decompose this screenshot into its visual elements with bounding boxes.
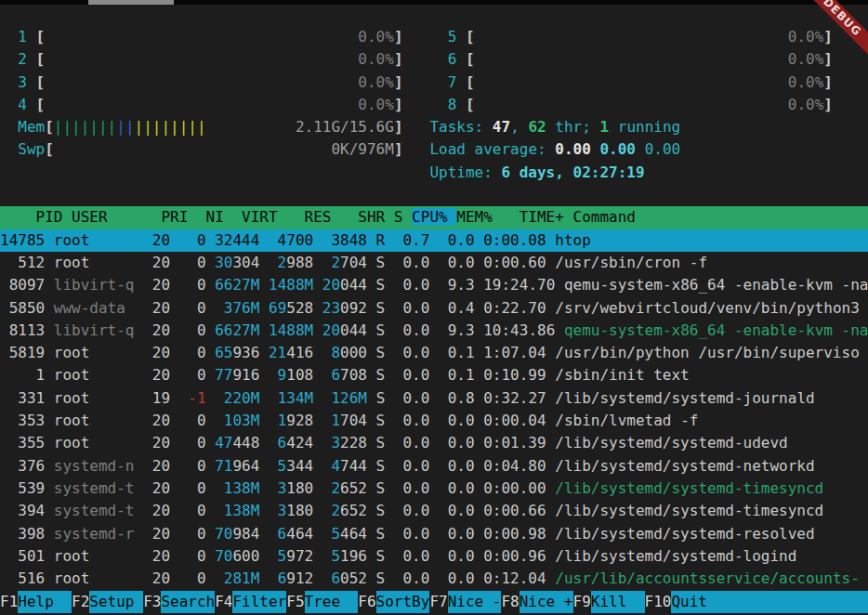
cell-ni: 0	[179, 547, 216, 565]
cpu-meter-percent: 0.0%	[788, 73, 824, 91]
column-header-s[interactable]: S	[394, 208, 412, 226]
process-row[interactable]: 331 root 19 -1 220M 134M 126M S 0.0 0.8 …	[0, 387, 868, 410]
fkey-f9[interactable]: F9	[573, 591, 591, 613]
cell-command: /lib/systemd/systemd-udevd	[555, 434, 860, 451]
column-header-ni[interactable]: NI	[197, 208, 233, 226]
cell-pri: 20	[143, 547, 179, 565]
fkey-f3[interactable]: F3	[143, 591, 161, 613]
cell-command: /usr/bin/python /usr/bin/superviso	[555, 344, 860, 361]
cell-cpu: 0.0	[394, 569, 439, 587]
cpu-meter-percent: 0.0%	[788, 50, 824, 68]
cell-command: /usr/sbin/cron -f	[555, 254, 860, 271]
mem-meter-label: Mem	[18, 118, 45, 136]
fkey-f10[interactable]: F10	[645, 591, 672, 613]
cell-ni: 0	[179, 479, 216, 497]
process-row[interactable]: 14785 root 20 0 32444 4700 3848 R 0.7 0.…	[0, 229, 868, 252]
column-header-user[interactable]: USER	[72, 208, 161, 226]
cell-command: /lib/systemd/systemd-timesyncd	[555, 502, 860, 519]
cell-command: /lib/systemd/systemd-logind	[555, 547, 860, 565]
fkey-f2[interactable]: F2	[72, 591, 89, 613]
cell-ni: 0	[179, 502, 216, 519]
column-header-shr[interactable]: SHR	[340, 208, 394, 226]
fkey-f1[interactable]: F1	[0, 591, 18, 613]
fkey-f7[interactable]: F7	[429, 591, 447, 613]
fkey-label-sortby[interactable]: SortBy	[376, 591, 430, 613]
meter-area: 1 [ 0.0%] 5 [ 0.0%] 2 [ 0.0%] 6 [ 0.0%] …	[0, 26, 868, 206]
meter-open-bracket: [	[466, 96, 475, 113]
cell-cpu: 0.0	[394, 344, 439, 361]
cell-shr: 3	[322, 231, 340, 249]
column-header-res[interactable]: RES	[286, 208, 340, 226]
column-header-command[interactable]: Command	[573, 208, 868, 226]
process-row[interactable]: 501 root 20 0 70600 5972 5196 S 0.0 0.0 …	[0, 545, 868, 568]
cell-ni: 0	[179, 321, 216, 339]
cpu-meter-row: 2 [ 0.0%] 6 [ 0.0%]	[0, 48, 868, 71]
process-row[interactable]: 512 root 20 0 30304 2988 2704 S 0.0 0.0 …	[0, 252, 868, 274]
cell-virt: 47	[215, 434, 232, 451]
meter-close-bracket: ]	[394, 73, 403, 91]
process-row[interactable]: 394 systemd-t 20 0 138M 3180 2652 S 0.0 …	[0, 500, 868, 522]
fkey-label-kill[interactable]: Kill	[591, 591, 645, 613]
column-header-time+[interactable]: TIME+	[501, 208, 572, 226]
cell-time: 0:22.70	[483, 299, 555, 317]
cell-command: htop	[555, 231, 860, 249]
cell-pid: 5819	[0, 344, 54, 361]
cell-time: 0:00.00	[483, 479, 555, 497]
column-header-cpu%[interactable]: CPU%	[412, 208, 456, 226]
fkey-label-nice-[interactable]: Nice -	[448, 591, 502, 613]
mem-bar-yellow: ||||||||	[135, 118, 206, 136]
process-row[interactable]: 516 root 20 0 281M 6912 6052 S 0.0 0.0 0…	[0, 568, 868, 590]
cell-res: 9	[269, 366, 286, 384]
fkey-label-search[interactable]: Search	[161, 591, 215, 613]
cell-pid: 512	[0, 254, 54, 271]
fkey-f4[interactable]: F4	[215, 591, 232, 613]
fkey-label-nice-[interactable]: Nice +	[519, 591, 573, 613]
fkey-f8[interactable]: F8	[501, 591, 519, 613]
meter-close-bracket: ]	[394, 118, 403, 136]
column-header-pri[interactable]: PRI	[161, 208, 197, 226]
cell-user: www-data	[54, 299, 143, 317]
cell-command: /lib/systemd/systemd-networkd	[555, 457, 860, 475]
load-5min: 0.00	[599, 140, 636, 158]
meter-open-bracket: [	[466, 50, 475, 68]
cell-state: S	[376, 299, 394, 317]
fkey-label-tree[interactable]: Tree	[305, 591, 359, 613]
cell-time: 0:12.04	[483, 569, 555, 587]
fkey-f6[interactable]: F6	[358, 591, 375, 613]
cell-mem: 0.0	[439, 479, 483, 497]
cell-time: 0:00.96	[483, 547, 555, 565]
process-row[interactable]: 1 root 20 0 77916 9108 6708 S 0.0 0.1 0:…	[0, 364, 868, 386]
cell-cpu: 0.0	[394, 457, 439, 475]
process-row[interactable]: 353 root 20 0 103M 1928 1704 S 0.0 0.0 0…	[0, 410, 868, 432]
process-row[interactable]: 539 systemd-t 20 0 138M 3180 2652 S 0.0 …	[0, 478, 868, 500]
fkey-label-quit[interactable]: Quit	[671, 591, 868, 613]
threads-label: thr;	[555, 118, 599, 136]
process-row[interactable]: 5850 www-data 20 0 376M 69528 23092 S 0.…	[0, 297, 868, 320]
fkey-label-help[interactable]: Help	[18, 591, 72, 613]
process-row[interactable]: 5819 root 20 0 65936 21416 8000 S 0.0 0.…	[0, 342, 868, 364]
meter-close-bracket: ]	[823, 28, 833, 46]
process-row[interactable]: 355 root 20 0 47448 6424 3228 S 0.0 0.0 …	[0, 432, 868, 454]
cell-virt: 32	[215, 231, 232, 249]
cell-shr: 20	[322, 276, 340, 294]
column-header-mem%[interactable]: MEM%	[456, 208, 501, 226]
cpu-meter-number: 5	[448, 28, 457, 46]
process-row[interactable]: 8097 libvirt-q 20 0 6627M 1488M 20044 S …	[0, 274, 868, 296]
cell-shr: 5	[322, 525, 340, 543]
fkey-f5[interactable]: F5	[286, 591, 304, 613]
process-row[interactable]: 376 systemd-n 20 0 71964 5344 4744 S 0.0…	[0, 455, 868, 478]
cpu-meter-row: 1 [ 0.0%] 5 [ 0.0%]	[0, 26, 868, 48]
fkey-label-filter[interactable]: Filter	[232, 591, 286, 613]
cell-pri: 20	[143, 457, 179, 475]
cell-pri: 20	[143, 434, 179, 451]
column-header-virt[interactable]: VIRT	[232, 208, 286, 226]
cpu-meter-row: 4 [ 0.0%] 8 [ 0.0%]	[0, 94, 868, 116]
swap-meter-value: 0K/976M	[331, 140, 393, 158]
process-row[interactable]: 398 systemd-r 20 0 70984 6464 5464 S 0.0…	[0, 523, 868, 545]
column-header-pid[interactable]: PID	[0, 208, 72, 226]
cell-virt: 138M	[215, 502, 259, 519]
cpu-meter-percent: 0.0%	[358, 96, 394, 113]
fkey-label-setup[interactable]: Setup	[89, 591, 143, 613]
process-row[interactable]: 8113 libvirt-q 20 0 6627M 1488M 20044 S …	[0, 320, 868, 342]
cell-ni: -1	[179, 389, 216, 407]
